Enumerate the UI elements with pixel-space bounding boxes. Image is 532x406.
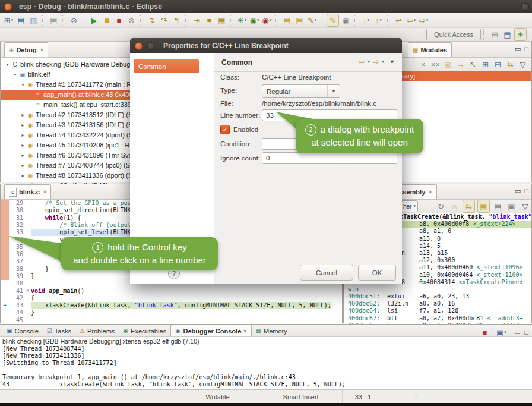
- console-tab-executables[interactable]: ◉Executables: [119, 325, 170, 336]
- build-button[interactable]: ▤: [48, 14, 59, 26]
- code-text[interactable]: }: [31, 309, 34, 316]
- code-text[interactable]: {: [31, 295, 34, 302]
- console-tab-debugger-console[interactable]: ▣Debugger Console×: [170, 325, 252, 336]
- close-icon[interactable]: ×: [429, 189, 432, 195]
- tree-expander-icon[interactable]: ▾: [4, 59, 11, 70]
- load-symbols-button[interactable]: ◎: [442, 58, 454, 70]
- step-over-button[interactable]: ↷: [159, 14, 170, 26]
- line-number[interactable]: 30: [9, 207, 25, 214]
- tree-expander-icon[interactable]: ▸: [20, 140, 26, 150]
- ignore-count-input[interactable]: [262, 152, 397, 164]
- tree-expander-icon[interactable]: ▸: [20, 160, 26, 171]
- dialog-minimize-button[interactable]: [147, 42, 155, 50]
- close-icon[interactable]: ×: [43, 189, 46, 195]
- code-text[interactable]: }: [31, 273, 34, 280]
- console-tab-problems[interactable]: ⚠Problems: [75, 325, 119, 336]
- quick-access-button[interactable]: Quick Access: [426, 29, 481, 40]
- select-button[interactable]: ↖: [467, 58, 479, 70]
- tab-modules[interactable]: ▦ Modules: [408, 42, 452, 57]
- step-return-button[interactable]: ↰: [171, 14, 182, 26]
- cpp-perspective-button[interactable]: ▤: [502, 29, 513, 40]
- code-text[interactable]: xTaskCreate(&blink_task, "blink_task", c…: [31, 302, 331, 309]
- mark-occurrences-button[interactable]: ✎: [327, 14, 339, 27]
- memory-view-button[interactable]: ▦: [216, 14, 227, 26]
- show-source-button[interactable]: ▦: [477, 200, 490, 213]
- open-project-button[interactable]: ▤: [281, 14, 293, 26]
- skip-all-breakpoints-button[interactable]: ⊘: [68, 14, 80, 26]
- view-menu-icon[interactable]: ▼: [390, 59, 395, 65]
- pin-view-button[interactable]: ▣: [506, 200, 517, 212]
- run-button[interactable]: ◉▾: [249, 14, 260, 26]
- new-wizard-button[interactable]: ⊞▾: [3, 14, 14, 26]
- debug-button[interactable]: ✳▾: [236, 14, 248, 26]
- tab-blink-c[interactable]: c blink.c ×: [4, 184, 51, 199]
- maximize-view-icon[interactable]: □: [524, 45, 528, 53]
- location-combo[interactable]: her ▾: [401, 200, 418, 212]
- tab-debug[interactable]: ✳ Debug ×: [4, 42, 48, 57]
- minimize-view-icon[interactable]: ▭: [515, 187, 521, 195]
- line-number[interactable]: 42: [9, 295, 25, 302]
- disassembly-row[interactable]: 400dbc5f:extuia6, a0, 23, 13: [344, 293, 531, 300]
- display-selected-console-button[interactable]: ▣▾: [496, 326, 507, 338]
- link-with-debug-button[interactable]: ⇆: [505, 58, 516, 70]
- console-tab-console[interactable]: ▣Console: [2, 325, 43, 336]
- cancel-button[interactable]: Cancel: [300, 265, 353, 281]
- external-tools-button[interactable]: ◉▾: [261, 14, 273, 26]
- console-tab-tasks[interactable]: ☑Tasks: [43, 325, 75, 336]
- suspend-button[interactable]: ▮▮: [101, 14, 112, 26]
- tree-expander-icon[interactable]: ▾: [12, 70, 18, 80]
- line-number[interactable]: 40: [9, 280, 25, 287]
- close-icon[interactable]: ×: [243, 328, 246, 334]
- previous-annotation-button[interactable]: ↑▾: [373, 14, 384, 26]
- line-number[interactable]: 31: [9, 215, 25, 222]
- back-arrow-icon[interactable]: ⇦: [358, 57, 365, 66]
- remove-all-modules-button[interactable]: ××: [430, 58, 441, 70]
- code-text[interactable]: void app_main(): [31, 288, 84, 295]
- dialog-close-button[interactable]: [135, 42, 142, 50]
- last-edit-location-button[interactable]: ↩: [393, 14, 404, 26]
- maximize-view-icon[interactable]: □: [524, 329, 528, 336]
- disassembly-row[interactable]: 400dbc67:blta0, a7, 0x400dbc81 <__adddf3…: [344, 315, 531, 322]
- tree-expander-icon[interactable]: ▸: [20, 150, 26, 160]
- terminate-console-button[interactable]: ■: [479, 326, 490, 338]
- expand-all-button[interactable]: ⊞: [480, 58, 491, 70]
- collaboration-button[interactable]: ◉: [340, 14, 352, 26]
- line-number[interactable]: 44: [9, 309, 25, 316]
- tree-expander-icon[interactable]: ▸: [20, 171, 26, 181]
- tree-expander-icon[interactable]: ▾: [20, 80, 26, 90]
- line-number[interactable]: 41: [9, 288, 25, 295]
- view-menu-button[interactable]: ▽: [517, 58, 528, 70]
- search-button[interactable]: ✎▾: [306, 14, 318, 26]
- open-new-view-button[interactable]: ▤: [492, 200, 504, 212]
- tree-expander-icon[interactable]: ▸: [20, 110, 26, 120]
- back-button[interactable]: ⇦▾: [406, 14, 417, 26]
- open-perspective-button[interactable]: ⊞: [489, 29, 501, 40]
- minimize-view-icon[interactable]: ▭: [515, 45, 521, 53]
- window-maximize-button[interactable]: [521, 3, 529, 11]
- chevron-down-icon[interactable]: ▾: [368, 59, 370, 64]
- disconnect-button[interactable]: ⊗: [126, 14, 137, 26]
- disassembly-row[interactable]: 400dbc64:lsif7, a1, 128: [344, 307, 531, 314]
- console-tab-memory[interactable]: ▦Memory: [252, 325, 292, 336]
- nav-item-common[interactable]: Common: [134, 59, 199, 73]
- save-button[interactable]: ▤: [15, 14, 27, 26]
- home-button[interactable]: ⌂: [449, 200, 460, 212]
- instruction-stepping-button[interactable]: ⇥: [191, 14, 202, 26]
- terminate-button[interactable]: ■: [113, 14, 125, 26]
- line-number[interactable]: 32: [9, 222, 25, 229]
- disassembly-row[interactable]: 400dbc62:l32i.na0, a0, 16: [344, 300, 531, 307]
- ok-button[interactable]: OK: [358, 265, 396, 281]
- console-output[interactable]: [New Thread 1073408744][New Thread 10734…: [0, 345, 532, 388]
- close-icon[interactable]: ×: [40, 47, 43, 53]
- next-annotation-button[interactable]: ↓▾: [360, 14, 372, 26]
- step-into-button[interactable]: ↴: [146, 14, 157, 26]
- link-with-active-context-button[interactable]: ⇆: [463, 200, 475, 213]
- open-folder-button[interactable]: ▤: [294, 14, 305, 26]
- line-number[interactable]: 39: [9, 273, 25, 280]
- maximize-view-icon[interactable]: □: [524, 187, 528, 195]
- save-all-button[interactable]: ▥: [28, 14, 39, 26]
- view-menu-button[interactable]: ▽: [520, 200, 531, 212]
- refresh-view-button[interactable]: ↻: [435, 200, 446, 212]
- collapse-all-button[interactable]: ⊟: [492, 58, 504, 70]
- window-close-button[interactable]: [4, 3, 12, 11]
